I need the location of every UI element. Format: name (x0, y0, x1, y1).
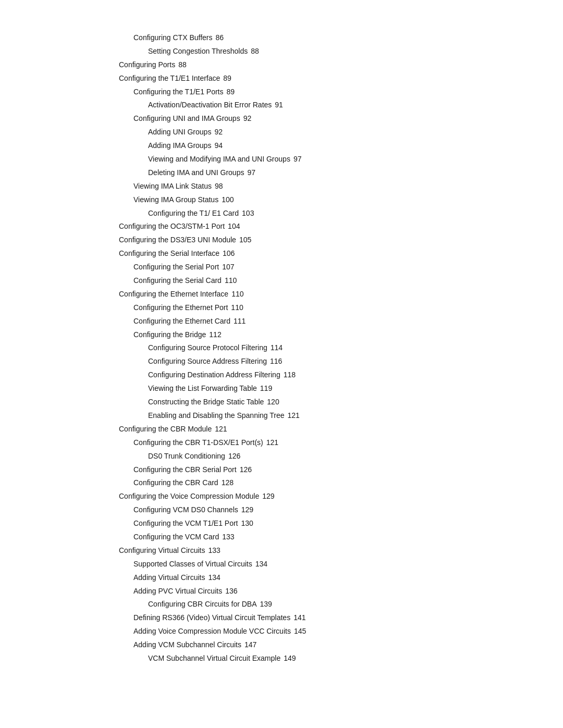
toc-entry-text: Viewing IMA Group Status (133, 193, 218, 207)
toc-entry-text: Configuring the DS3/E3 UNI Module (119, 233, 236, 247)
toc-entry: Configuring Source Address Filtering116 (104, 355, 521, 368)
toc-entry: Configuring the VCM Card133 (104, 530, 521, 544)
toc-entry-text: Adding Voice Compression Module VCC Circ… (133, 625, 291, 638)
toc-entry-text: Adding IMA Groups (148, 139, 211, 153)
toc-entry: VCM Subchannel Virtual Circuit Example14… (104, 652, 521, 665)
toc-entry-text: VCM Subchannel Virtual Circuit Example (148, 652, 280, 665)
toc-entry: Adding Virtual Circuits134 (104, 571, 521, 585)
toc-entry: Configuring the Ethernet Interface110 (104, 288, 521, 301)
toc-entry-text: Activation/Deactivation Bit Error Rates (148, 98, 272, 112)
toc-entry-text: Configuring the CBR T1-DSX/E1 Port(s) (133, 436, 263, 450)
toc-entry-page: 134 (208, 571, 220, 585)
toc-entry-page: 105 (239, 233, 251, 247)
toc-entry-page: 126 (240, 463, 252, 477)
toc-entry: Configuring the Ethernet Card111 (104, 315, 521, 328)
toc-entry: Configuring Ports88 (104, 58, 521, 72)
toc-entry: Configuring the OC3/STM-1 Port104 (104, 220, 521, 233)
toc-entry-page: 94 (214, 139, 223, 153)
toc-entry-text: Adding Virtual Circuits (133, 571, 205, 585)
toc-entry-page: 89 (223, 72, 231, 85)
toc-entry-text: Enabling and Disabling the Spanning Tree (148, 409, 285, 423)
toc-entry: DS0 Trunk Conditioning126 (104, 450, 521, 463)
toc-entry-page: 111 (234, 315, 246, 328)
toc-entry-page: 120 (267, 396, 279, 409)
toc-entry-page: 149 (284, 652, 296, 665)
toc-entry: Defining RS366 (Video) Virtual Circuit T… (104, 611, 521, 625)
toc-entry-text: Configuring the Serial Card (133, 274, 222, 288)
toc-entry-page: 128 (222, 476, 234, 490)
toc-entry: Configuring the T1/E1 Interface89 (104, 72, 521, 85)
toc-entry-page: 88 (178, 58, 187, 72)
toc-entry: Viewing the List Forwarding Table119 (104, 382, 521, 396)
toc-entry-text: Setting Congestion Thresholds (148, 45, 248, 58)
toc-entry: Adding PVC Virtual Circuits136 (104, 585, 521, 598)
toc-entry-text: Adding UNI Groups (148, 126, 211, 139)
toc-entry-page: 130 (241, 517, 253, 530)
toc-entry: Setting Congestion Thresholds88 (104, 45, 521, 58)
toc-entry-text: Configuring the Bridge (133, 328, 206, 342)
toc-entry-text: Configuring UNI and IMA Groups (133, 112, 240, 126)
toc-entry-page: 121 (215, 423, 227, 436)
toc-entry: Configuring Source Protocol Filtering114 (104, 341, 521, 355)
toc-entry-text: Configuring the CBR Module (119, 423, 212, 436)
toc-entry: Configuring the CBR Serial Port126 (104, 463, 521, 477)
toc-entry-page: 107 (222, 261, 234, 274)
toc-entry: Configuring the DS3/E3 UNI Module105 (104, 233, 521, 247)
toc-entry-page: 100 (222, 193, 234, 207)
toc-entry-page: 133 (222, 530, 234, 544)
toc-entry-text: Configuring the VCM Card (133, 530, 219, 544)
toc-entry-page: 121 (288, 409, 300, 423)
toc-entry-page: 116 (270, 355, 282, 368)
toc-entry: Supported Classes of Virtual Circuits134 (104, 558, 521, 571)
toc-entry-page: 133 (208, 544, 220, 558)
toc-entry: Adding UNI Groups92 (104, 126, 521, 139)
toc-entry-page: 110 (225, 274, 237, 288)
toc-entry: Deleting IMA and UNI Groups97 (104, 166, 521, 180)
toc-entry-text: Viewing IMA Link Status (133, 180, 212, 193)
toc-entry-page: 92 (214, 126, 223, 139)
toc-entry: Configuring the T1/E1 Ports89 (104, 85, 521, 99)
toc-entry: Configuring CTX Buffers86 (104, 31, 521, 45)
toc-entry-text: Configuring Destination Address Filterin… (148, 368, 280, 382)
toc-entry: Configuring the VCM T1/E1 Port130 (104, 517, 521, 530)
toc-entry-page: 136 (225, 585, 237, 598)
toc-entry-page: 121 (266, 436, 278, 450)
toc-entry-text: Configuring the Serial Port (133, 261, 219, 274)
toc-entry-text: Adding PVC Virtual Circuits (133, 585, 222, 598)
toc-entry-text: Configuring the CBR Card (133, 476, 218, 490)
toc-entry: Configuring the Ethernet Port110 (104, 301, 521, 315)
toc-entry: Enabling and Disabling the Spanning Tree… (104, 409, 521, 423)
toc-entry-text: Configuring the Voice Compression Module (119, 490, 259, 503)
toc-entry-text: Adding VCM Subchannel Circuits (133, 638, 241, 652)
toc-entry-page: 145 (294, 625, 306, 638)
toc-entry-page: 104 (228, 220, 240, 233)
toc-entry: Configuring the CBR Card128 (104, 476, 521, 490)
toc-entry-page: 139 (260, 598, 272, 611)
toc-entry: Viewing IMA Link Status98 (104, 180, 521, 193)
toc-entry-text: Deleting IMA and UNI Groups (148, 166, 244, 180)
toc-entry: Configuring the Voice Compression Module… (104, 490, 521, 503)
toc-entry: Configuring the Serial Port107 (104, 261, 521, 274)
toc-entry-text: Configuring the Ethernet Interface (119, 288, 228, 301)
toc-entry: Configuring the T1/ E1 Card103 (104, 207, 521, 220)
toc-entry-page: 97 (247, 166, 255, 180)
toc-entry-text: Configuring the T1/E1 Ports (133, 85, 224, 99)
toc-entry-text: Viewing and Modifying IMA and UNI Groups (148, 153, 290, 166)
toc-entry-page: 89 (227, 85, 235, 99)
toc-entry-page: 106 (223, 247, 235, 261)
toc-entry-text: Configuring Source Protocol Filtering (148, 341, 267, 355)
toc-entry-page: 119 (260, 382, 272, 396)
toc-entry: Configuring Virtual Circuits133 (104, 544, 521, 558)
toc-entry-page: 91 (275, 98, 283, 112)
toc-entry-page: 129 (241, 503, 253, 517)
toc-entry: Configuring the Serial Card110 (104, 274, 521, 288)
toc-entry-text: Configuring the T1/ E1 Card (148, 207, 239, 220)
toc-entry: Configuring UNI and IMA Groups92 (104, 112, 521, 126)
toc-entry-text: Defining RS366 (Video) Virtual Circuit T… (133, 611, 290, 625)
toc-entry-text: Configuring the Ethernet Port (133, 301, 228, 315)
toc-entry: Constructing the Bridge Static Table120 (104, 396, 521, 409)
toc-entry: Configuring Destination Address Filterin… (104, 368, 521, 382)
toc-entry-page: 114 (271, 341, 283, 355)
toc-entry-page: 88 (251, 45, 259, 58)
toc-entry-page: 129 (262, 490, 274, 503)
